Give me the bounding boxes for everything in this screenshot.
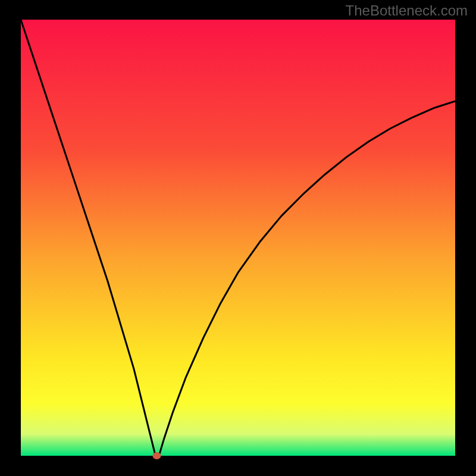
chart-frame: TheBottleneck.com: [0, 0, 476, 476]
minimum-marker: [152, 452, 161, 459]
watermark-text: TheBottleneck.com: [346, 2, 468, 19]
chart-svg: [0, 0, 476, 476]
plot-background: [21, 20, 455, 456]
